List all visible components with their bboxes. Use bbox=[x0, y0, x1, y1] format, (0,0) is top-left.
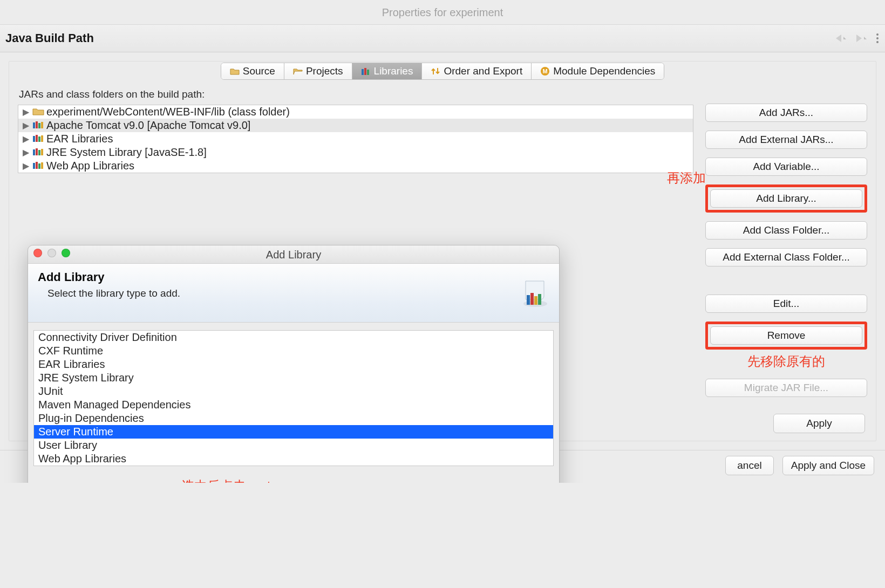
list-item[interactable]: Web App Libraries bbox=[34, 452, 553, 466]
forward-icon[interactable] bbox=[855, 33, 869, 44]
list-item[interactable]: Server Runtime bbox=[34, 425, 553, 439]
library-tree[interactable]: ▶experiment/WebContent/WEB-INF/lib (clas… bbox=[18, 105, 693, 173]
svg-rect-28 bbox=[538, 294, 541, 305]
library-books-icon bbox=[32, 146, 44, 159]
disclosure-triangle-icon[interactable]: ▶ bbox=[22, 120, 30, 131]
books-icon bbox=[361, 66, 371, 76]
add-jars-button[interactable]: Add JARs... bbox=[705, 104, 867, 122]
svg-point-0 bbox=[876, 33, 879, 36]
svg-rect-26 bbox=[530, 293, 534, 305]
right-column: Add JARs... Add External JARs... Add Var… bbox=[705, 88, 867, 397]
tabs-row: Source Projects Libraries Order and Expo… bbox=[9, 61, 876, 80]
tree-row-label: Apache Tomcat v9.0 [Apache Tomcat v9.0] bbox=[46, 119, 250, 132]
window-title: Properties for experiment bbox=[0, 0, 885, 25]
tree-row[interactable]: ▶Web App Libraries bbox=[18, 159, 693, 173]
main-panel: Source Projects Libraries Order and Expo… bbox=[9, 61, 876, 441]
svg-rect-17 bbox=[36, 148, 38, 155]
svg-rect-21 bbox=[36, 162, 38, 169]
svg-rect-9 bbox=[36, 121, 38, 128]
svg-point-2 bbox=[876, 41, 879, 43]
close-icon[interactable] bbox=[33, 249, 42, 257]
list-item[interactable]: CXF Runtime bbox=[34, 344, 553, 358]
dialog-header: Add Library Select the library type to a… bbox=[28, 264, 559, 323]
remove-button[interactable]: Remove bbox=[710, 326, 862, 345]
tab-module-deps[interactable]: M Module Dependencies bbox=[532, 63, 664, 79]
tab-label: Module Dependencies bbox=[553, 65, 655, 77]
tree-row-label: Web App Libraries bbox=[46, 160, 134, 172]
module-icon: M bbox=[540, 66, 550, 76]
tab-label: Libraries bbox=[374, 65, 413, 77]
svg-rect-20 bbox=[33, 163, 35, 169]
svg-rect-10 bbox=[38, 123, 40, 128]
svg-rect-3 bbox=[362, 69, 364, 75]
svg-rect-19 bbox=[41, 149, 43, 155]
tab-order-export[interactable]: Order and Export bbox=[422, 63, 532, 79]
library-illustration-icon bbox=[502, 270, 549, 309]
disclosure-triangle-icon[interactable]: ▶ bbox=[22, 134, 30, 144]
svg-rect-8 bbox=[33, 122, 35, 128]
svg-rect-14 bbox=[38, 136, 40, 142]
library-type-list[interactable]: Connectivity Driver DefinitionCXF Runtim… bbox=[33, 330, 554, 466]
svg-rect-22 bbox=[38, 163, 40, 169]
tree-row[interactable]: ▶experiment/WebContent/WEB-INF/lib (clas… bbox=[18, 105, 693, 119]
menu-dots-icon[interactable] bbox=[875, 32, 880, 44]
back-icon[interactable] bbox=[834, 33, 848, 44]
apply-and-close-button[interactable]: Apply and Close bbox=[782, 456, 874, 475]
svg-text:M: M bbox=[543, 68, 548, 74]
dialog-titlebar[interactable]: Add Library bbox=[28, 245, 559, 264]
tree-row-label: experiment/WebContent/WEB-INF/lib (class… bbox=[46, 106, 290, 118]
cancel-button[interactable]: ancel bbox=[725, 456, 774, 475]
folder-icon bbox=[230, 66, 240, 76]
list-item[interactable]: JRE System Library bbox=[34, 371, 553, 385]
tab-source[interactable]: Source bbox=[221, 63, 284, 79]
annotation-add-again: 再添加 bbox=[667, 169, 706, 187]
add-external-jars-button[interactable]: Add External JARs... bbox=[705, 131, 867, 149]
class-folder-icon bbox=[32, 106, 44, 118]
disclosure-triangle-icon[interactable]: ▶ bbox=[22, 107, 30, 117]
svg-rect-16 bbox=[33, 149, 35, 155]
dialog-title-text: Add Library bbox=[266, 249, 321, 261]
tab-label: Projects bbox=[306, 65, 343, 77]
annotation-select-next: 选中后点击next bbox=[181, 477, 270, 483]
tree-row-label: JRE System Library [JavaSE-1.8] bbox=[46, 146, 207, 159]
tabs: Source Projects Libraries Order and Expo… bbox=[221, 63, 665, 80]
tab-projects[interactable]: Projects bbox=[284, 63, 352, 79]
svg-rect-15 bbox=[41, 135, 43, 142]
list-item[interactable]: EAR Libraries bbox=[34, 358, 553, 371]
list-item[interactable]: Plug-in Dependencies bbox=[34, 412, 553, 425]
list-item[interactable]: Maven Managed Dependencies bbox=[34, 398, 553, 412]
apply-button[interactable]: Apply bbox=[773, 414, 865, 433]
svg-rect-27 bbox=[534, 296, 537, 305]
folder-open-icon bbox=[293, 66, 303, 76]
svg-rect-18 bbox=[38, 150, 40, 155]
dialog-subheading: Select the library type to add. bbox=[38, 288, 180, 299]
list-item[interactable]: User Library bbox=[34, 439, 553, 452]
tree-row[interactable]: ▶EAR Libraries bbox=[18, 132, 693, 146]
svg-rect-4 bbox=[364, 68, 366, 75]
tab-libraries[interactable]: Libraries bbox=[352, 63, 423, 79]
tab-label: Order and Export bbox=[444, 65, 522, 77]
add-class-folder-button[interactable]: Add Class Folder... bbox=[705, 221, 867, 240]
svg-rect-23 bbox=[41, 162, 43, 169]
edit-button[interactable]: Edit... bbox=[705, 295, 867, 313]
add-external-class-folder-button[interactable]: Add External Class Folder... bbox=[705, 248, 867, 266]
disclosure-triangle-icon[interactable]: ▶ bbox=[22, 161, 30, 171]
add-variable-button[interactable]: Add Variable... bbox=[705, 158, 867, 176]
list-item[interactable]: Connectivity Driver Definition bbox=[34, 331, 553, 344]
svg-rect-12 bbox=[33, 136, 35, 142]
add-library-button[interactable]: Add Library... bbox=[710, 189, 862, 208]
tab-label: Source bbox=[243, 65, 275, 77]
add-library-highlight: Add Library... bbox=[705, 184, 867, 213]
dialog-heading: Add Library bbox=[38, 270, 180, 284]
tree-row[interactable]: ▶JRE System Library [JavaSE-1.8] bbox=[18, 146, 693, 159]
library-books-icon bbox=[32, 160, 44, 172]
svg-point-1 bbox=[876, 37, 879, 39]
svg-rect-5 bbox=[367, 70, 369, 75]
annotation-remove-first: 先移除原有的 bbox=[705, 353, 867, 370]
list-item[interactable]: JUnit bbox=[34, 385, 553, 398]
tree-row[interactable]: ▶Apache Tomcat v9.0 [Apache Tomcat v9.0] bbox=[18, 119, 693, 132]
sort-arrows-icon bbox=[431, 66, 440, 76]
nav-arrows bbox=[834, 32, 880, 44]
disclosure-triangle-icon[interactable]: ▶ bbox=[22, 147, 30, 158]
zoom-icon[interactable] bbox=[62, 249, 70, 257]
